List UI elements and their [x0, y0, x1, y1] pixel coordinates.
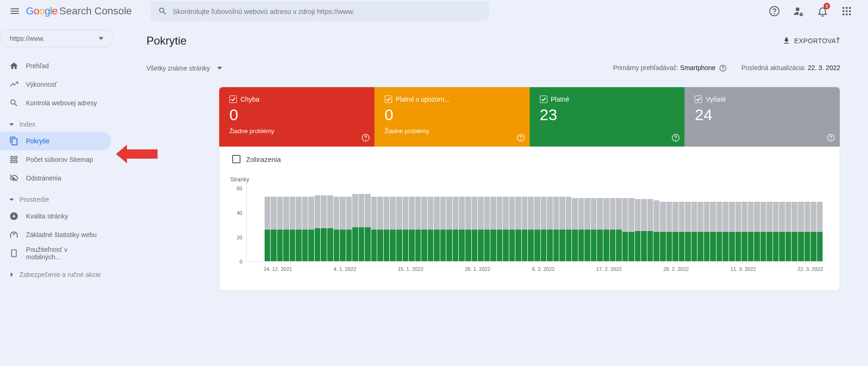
chart-bar: [798, 202, 804, 261]
chart-bar: [490, 197, 496, 261]
sidebar-item-mobile[interactable]: Použiteľnosť v mobilných...: [0, 244, 111, 263]
help-icon[interactable]: [517, 134, 525, 142]
sidebar-item-pluscircle[interactable]: Kvalita stránky: [0, 207, 111, 225]
chart-bar: [597, 198, 603, 262]
tile-label: Vyňaté: [706, 96, 726, 103]
export-button[interactable]: EXPORTOVAŤ: [782, 37, 840, 45]
x-tick: 22. 3. 2022: [798, 266, 823, 272]
chart-bar: [352, 194, 358, 261]
impressions-toggle[interactable]: Zobrazenia: [232, 155, 827, 163]
sidebar-item-speedo[interactable]: Základné štatistiky webu: [0, 225, 111, 244]
sitemap-icon: [9, 155, 19, 164]
help-icon[interactable]: [672, 134, 680, 142]
url-inspect-search[interactable]: [151, 1, 489, 21]
sidebar-item-label: Odstránenia: [26, 174, 61, 182]
property-label: https://www.: [10, 35, 44, 42]
chart-bar: [283, 197, 289, 261]
sidebar-section[interactable]: Prostredie: [0, 192, 119, 207]
checkbox-checked-icon: [385, 96, 392, 103]
chart-bar: [691, 202, 697, 261]
sidebar-section[interactable]: Index: [0, 117, 119, 132]
apps-button[interactable]: [836, 1, 857, 21]
search-icon: [158, 6, 167, 16]
help-button[interactable]: [764, 1, 785, 21]
chart-bar: [553, 197, 559, 261]
sidebar-item-home[interactable]: Prehľad: [0, 57, 111, 75]
x-tick: 28. 2. 2022: [663, 266, 689, 272]
sidebar-item-eyeoff[interactable]: Odstránenia: [0, 169, 111, 187]
y-tick: 40: [237, 210, 242, 216]
chart-bar: [472, 197, 478, 261]
download-icon: [782, 37, 791, 45]
chevron-down-icon: [217, 67, 222, 70]
chart-bar: [792, 202, 798, 261]
sidebar-item-label: Kvalita stránky: [26, 212, 68, 220]
chart-bar: [541, 197, 547, 261]
status-tile[interactable]: Platné s upozorn...0Žiadne problémy: [374, 87, 530, 147]
status-tile[interactable]: Chyba0Žiadne problémy: [219, 87, 374, 147]
chart-bar: [321, 195, 327, 261]
y-axis-label: Stranky: [230, 176, 827, 183]
chart-plot: [246, 183, 827, 262]
chart-bar: [346, 197, 352, 261]
chart-bar: [503, 197, 509, 261]
chart-bar: [735, 202, 741, 261]
chevron-down-icon: [99, 37, 103, 40]
help-icon[interactable]: [719, 64, 727, 72]
chart-bar: [453, 197, 459, 261]
chart-bar: [584, 198, 590, 262]
help-icon[interactable]: [827, 134, 835, 142]
tile-label: Platné: [551, 96, 570, 103]
chart-bar: [290, 197, 296, 261]
svg-point-7: [520, 140, 521, 140]
section-title: Index: [19, 121, 35, 128]
chart-bar: [660, 202, 666, 261]
menu-button[interactable]: [4, 0, 26, 22]
tile-value: 24: [695, 106, 830, 124]
apps-icon: [843, 7, 851, 15]
copy-icon: [9, 136, 19, 146]
y-axis: 6040200: [232, 186, 246, 264]
pages-filter[interactable]: Všetky známe stránky: [146, 64, 222, 72]
svg-point-9: [676, 140, 676, 140]
chart-bar: [365, 194, 371, 261]
sidebar-item-label: Počet súborov Sitemap: [26, 156, 93, 163]
sidebar-item-label: Použiteľnosť v mobilných...: [26, 246, 102, 261]
sidebar: https://www. PrehľadVýkonnosťKontrola we…: [0, 22, 119, 366]
update-label: Posledná aktualizácia:: [741, 64, 808, 71]
update-value: 22. 3. 2022: [808, 64, 840, 71]
chart-bar: [446, 197, 452, 261]
notifications-button[interactable]: 8: [812, 1, 833, 21]
sidebar-section[interactable]: Zabezpečenie a ručné akcie: [0, 267, 119, 282]
chart-bar: [415, 197, 421, 261]
crawler-info: Primárny prehľadávač: Smartphone: [613, 64, 727, 72]
caret-down-icon: [9, 197, 14, 202]
property-selector[interactable]: https://www.: [0, 30, 113, 47]
x-tick: 26. 1. 2022: [465, 266, 490, 272]
status-tile[interactable]: Vyňaté24: [684, 87, 840, 147]
google-logo: Google: [26, 5, 57, 17]
eyeoff-icon: [9, 173, 19, 183]
chart-bar: [371, 197, 377, 261]
x-tick: 24. 12. 2021: [264, 266, 292, 272]
chart-bar: [484, 197, 490, 261]
chart-bar: [440, 197, 446, 261]
chart-bar: [635, 199, 641, 261]
chart-bar: [773, 202, 779, 261]
tile-label: Platné s upozorn...: [396, 96, 450, 103]
svg-point-1: [774, 13, 775, 14]
chart-bar: [327, 195, 333, 261]
chart-bar: [497, 197, 503, 261]
chart-bar: [722, 202, 729, 261]
help-icon[interactable]: [361, 134, 370, 142]
chart-bar: [578, 198, 584, 262]
users-button[interactable]: [788, 1, 809, 21]
sidebar-item-search[interactable]: Kontrola webovej adresy: [0, 94, 111, 112]
sidebar-item-copy[interactable]: Pokrytie: [0, 132, 111, 150]
checkbox-checked-icon: [229, 96, 237, 103]
status-tile[interactable]: Platné23: [530, 87, 685, 147]
tile-subtext: Žiadne problémy: [229, 128, 364, 135]
search-input[interactable]: [173, 7, 482, 15]
sidebar-item-chartline[interactable]: Výkonnosť: [0, 75, 111, 94]
sidebar-item-sitemap[interactable]: Počet súborov Sitemap: [0, 150, 111, 169]
